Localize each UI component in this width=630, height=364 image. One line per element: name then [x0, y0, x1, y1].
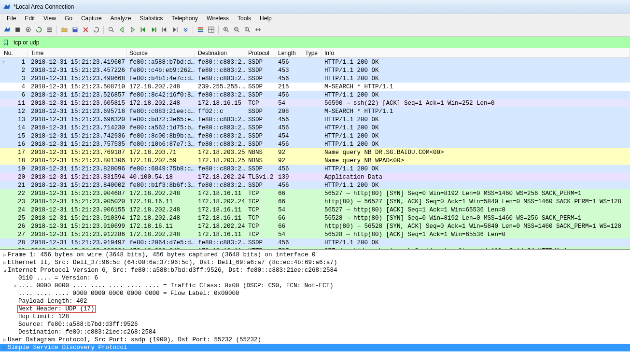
toolbar-separator: [218, 26, 219, 34]
toolbar-separator: [193, 26, 193, 34]
packet-row[interactable]: 112018-12-31 15:21:23.605815172.18.202.2…: [0, 99, 630, 107]
jump-next-icon[interactable]: [149, 25, 158, 35]
reload-icon[interactable]: [91, 25, 101, 35]
detail-hop-limit[interactable]: Hop Limit: 128: [0, 313, 630, 321]
col-header-source[interactable]: Source: [126, 49, 195, 57]
options-icon[interactable]: [44, 25, 54, 35]
prev-icon[interactable]: [117, 25, 126, 35]
close-icon[interactable]: [81, 25, 90, 35]
open-icon[interactable]: [59, 25, 69, 35]
packet-row[interactable]: 132018-12-31 15:21:23.696320fe80::bd72:3…: [0, 115, 630, 124]
svg-line-10: [112, 30, 113, 32]
packet-row[interactable]: 282018-12-31 15:21:23.919497fe80::2064:d…: [0, 238, 630, 247]
packet-list[interactable]: No. Time Source Destination Protocol Len…: [0, 48, 630, 250]
packet-row[interactable]: 212018-12-31 15:21:23.840002fe80::b1f3:8…: [0, 181, 630, 189]
auto-scroll-icon[interactable]: [181, 25, 190, 35]
packet-row[interactable]: 292018-12-31 15:21:23.929924172.18.202.2…: [0, 247, 630, 250]
svg-rect-17: [197, 31, 203, 32]
svg-rect-12: [155, 28, 156, 32]
go-first-icon[interactable]: [159, 25, 169, 35]
detail-dest-addr[interactable]: Destination: fe80::c883:21ee:c268:2584: [0, 328, 630, 336]
svg-line-26: [237, 30, 239, 32]
packet-row[interactable]: 232018-12-31 15:21:23.905020172.18.16.11…: [0, 197, 630, 206]
detail-payload-length[interactable]: Payload Length: 402: [0, 297, 630, 305]
packet-row[interactable]: 162018-12-31 15:21:23.757535fe80::10b6:8…: [0, 140, 630, 148]
zoom-out-icon[interactable]: [232, 25, 241, 35]
packet-row[interactable]: 32018-12-31 15:21:23.490668fe80::b4b1:4e…: [0, 74, 630, 83]
col-header-length[interactable]: Length: [275, 49, 302, 57]
window-title: *Local Area Connection: [14, 3, 74, 10]
packet-row[interactable]: 182018-12-31 15:21:23.801306172.18.202.5…: [0, 156, 630, 165]
menu-item-8[interactable]: Wireless: [203, 14, 233, 23]
menu-item-5[interactable]: Analyze: [107, 14, 135, 23]
packet-row[interactable]: 22018-12-31 15:21:23.457226fe80::c4b:eb9…: [0, 66, 630, 74]
svg-line-29: [248, 30, 250, 32]
toolbar: 1: [0, 23, 630, 37]
packet-row[interactable]: 152018-12-31 15:21:23.742936fe80::8c00:8…: [0, 132, 630, 140]
detail-udp[interactable]: ▷User Datagram Protocol, Src Port: ssdp …: [0, 336, 630, 344]
packet-row[interactable]: 272018-12-31 15:21:23.912286172.18.202.2…: [0, 230, 630, 238]
next-icon[interactable]: [127, 25, 137, 35]
col-header-type[interactable]: Type: [302, 49, 322, 57]
detail-traffic-class[interactable]: ▷.... 0000 0000 .... .... .... .... ....…: [0, 282, 630, 290]
menu-item-10[interactable]: Help: [256, 14, 276, 23]
packet-row[interactable]: 62018-12-31 15:21:23.526857fe80::8c42:16…: [0, 91, 630, 99]
svg-rect-14: [177, 28, 177, 32]
col-header-no[interactable]: No.: [0, 49, 28, 57]
colorize-icon[interactable]: [196, 25, 205, 35]
title-bar: *Local Area Connection: [0, 0, 630, 14]
record-icon[interactable]: [23, 25, 33, 35]
svg-rect-16: [197, 29, 203, 30]
menu-item-2[interactable]: View: [40, 14, 60, 23]
detail-flow-label[interactable]: .... .... .... 0000 0000 0000 0000 0000 …: [0, 290, 630, 297]
menu-item-7[interactable]: Telephony: [168, 14, 202, 23]
packet-details[interactable]: ▷Frame 1: 456 bytes on wire (3648 bits),…: [0, 250, 630, 364]
col-header-info[interactable]: Info: [322, 49, 630, 57]
zoom-reset-icon[interactable]: 1: [242, 25, 252, 35]
menu-item-4[interactable]: Capture: [77, 14, 106, 23]
packet-row[interactable]: 42018-12-31 15:21:23.508710172.18.202.24…: [0, 83, 630, 91]
packet-row[interactable]: 252018-12-31 15:21:23.910394172.18.202.2…: [0, 214, 630, 222]
restart-icon[interactable]: [34, 25, 43, 35]
col-header-time[interactable]: Time: [28, 49, 126, 57]
svg-rect-6: [73, 28, 76, 29]
menu-item-9[interactable]: Tools: [234, 14, 255, 23]
packet-row[interactable]: 172018-12-31 15:21:23.769187172.18.203.7…: [0, 148, 630, 156]
detail-version[interactable]: 0110 .... = Version: 6: [0, 274, 630, 282]
packet-row[interactable]: 202018-12-31 15:21:23.83159440.100.54.18…: [0, 173, 630, 181]
svg-rect-0: [15, 28, 20, 32]
packet-row[interactable]: ┌12018-12-31 15:21:23.419607fe80::a588:b…: [0, 58, 630, 66]
packet-row[interactable]: 262018-12-31 15:21:23.910699172.18.16.11…: [0, 222, 630, 230]
menu-item-6[interactable]: Statistics: [136, 14, 167, 23]
col-header-dest[interactable]: Destination: [195, 49, 245, 57]
col-header-proto[interactable]: Protocol: [245, 49, 275, 57]
detail-frame[interactable]: ▷Frame 1: 456 bytes on wire (3648 bits),…: [0, 251, 630, 259]
detail-ipv6[interactable]: ◢Internet Protocol Version 6, Src: fe80:…: [0, 266, 630, 274]
detail-ssdp[interactable]: ▷Simple Service Discovery Protocol: [0, 344, 630, 351]
layout-icon[interactable]: [206, 25, 216, 35]
detail-source-addr[interactable]: Source: fe80::a588:b7bd:d3ff:9526: [0, 321, 630, 328]
display-filter-input[interactable]: [12, 38, 628, 47]
zoom-in-icon[interactable]: [221, 25, 231, 35]
find-icon[interactable]: [106, 25, 116, 35]
shark-icon[interactable]: [2, 25, 12, 35]
detail-eth[interactable]: ▷Ethernet II, Src: Dell_37:96:5c (64:00:…: [0, 259, 630, 266]
menu-item-1[interactable]: Edit: [21, 14, 39, 23]
display-filter-bar: [0, 37, 630, 48]
packet-row[interactable]: 122018-12-31 15:21:23.695718fe80::c883:2…: [0, 107, 630, 115]
packet-row[interactable]: 222018-12-31 15:21:23.904687172.18.202.2…: [0, 189, 630, 197]
save-icon[interactable]: [70, 25, 80, 35]
svg-text:1: 1: [246, 28, 247, 30]
bookmark-icon[interactable]: [2, 39, 10, 46]
menu-item-0[interactable]: File: [3, 14, 20, 23]
menu-item-3[interactable]: Go: [61, 14, 76, 23]
resize-icon[interactable]: [253, 25, 263, 35]
svg-rect-3: [47, 28, 52, 28]
detail-next-header[interactable]: Next Header: UDP (17): [0, 305, 630, 313]
go-last-icon[interactable]: [170, 25, 180, 35]
stop-icon[interactable]: [13, 25, 22, 35]
packet-row[interactable]: 192018-12-31 15:21:23.828096fe80::6849:7…: [0, 165, 630, 173]
packet-row[interactable]: 242018-12-31 15:21:23.906155172.18.202.2…: [0, 206, 630, 214]
packet-row[interactable]: 142018-12-31 15:21:23.714230fe80::a562:1…: [0, 124, 630, 132]
jump-prev-icon[interactable]: [138, 25, 148, 35]
